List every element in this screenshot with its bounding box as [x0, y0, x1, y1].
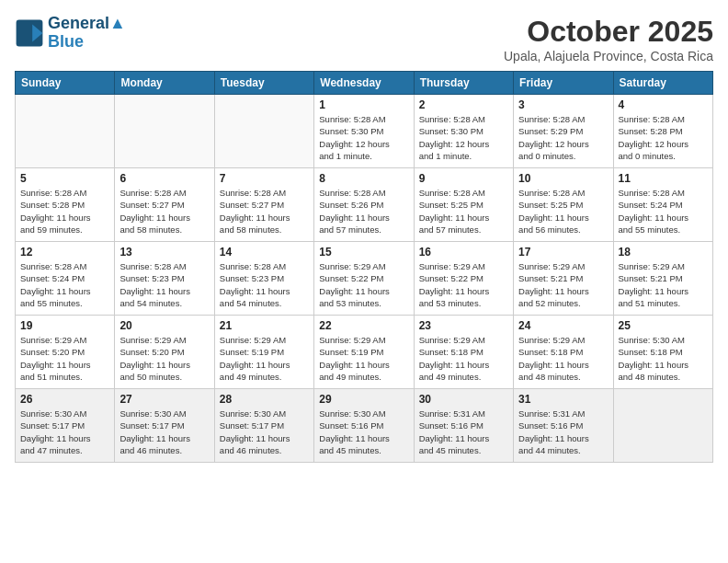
calendar-cell: 27Sunrise: 5:30 AM Sunset: 5:17 PM Dayli… [115, 389, 214, 463]
day-info: Sunrise: 5:30 AM Sunset: 5:18 PM Dayligh… [619, 334, 708, 383]
day-info: Sunrise: 5:30 AM Sunset: 5:16 PM Dayligh… [319, 408, 408, 456]
day-info: Sunrise: 5:30 AM Sunset: 5:17 PM Dayligh… [20, 408, 109, 456]
day-info: Sunrise: 5:28 AM Sunset: 5:23 PM Dayligh… [119, 260, 209, 309]
day-info: Sunrise: 5:28 AM Sunset: 5:26 PM Dayligh… [319, 187, 408, 236]
day-info: Sunrise: 5:29 AM Sunset: 5:21 PM Dayligh… [518, 260, 608, 309]
weekday-header: Tuesday [214, 72, 313, 95]
day-number: 12 [20, 246, 109, 259]
day-info: Sunrise: 5:28 AM Sunset: 5:30 PM Dayligh… [419, 113, 508, 162]
calendar-cell [115, 95, 214, 168]
page-header: General▲ Blue October 2025 Upala, Alajue… [15, 15, 713, 63]
day-number: 28 [220, 393, 309, 406]
day-info: Sunrise: 5:28 AM Sunset: 5:27 PM Dayligh… [119, 187, 209, 236]
day-number: 7 [220, 172, 309, 185]
weekday-header: Friday [514, 72, 613, 95]
calendar-cell [214, 95, 313, 168]
logo: General▲ Blue [15, 15, 126, 52]
day-info: Sunrise: 5:28 AM Sunset: 5:25 PM Dayligh… [419, 187, 508, 236]
calendar-cell: 28Sunrise: 5:30 AM Sunset: 5:17 PM Dayli… [214, 389, 313, 463]
calendar-cell: 29Sunrise: 5:30 AM Sunset: 5:16 PM Dayli… [314, 389, 414, 463]
day-info: Sunrise: 5:28 AM Sunset: 5:28 PM Dayligh… [20, 187, 109, 236]
day-number: 25 [619, 319, 708, 332]
calendar-cell: 15Sunrise: 5:29 AM Sunset: 5:22 PM Dayli… [314, 242, 414, 316]
day-info: Sunrise: 5:29 AM Sunset: 5:18 PM Dayligh… [419, 334, 508, 383]
day-info: Sunrise: 5:30 AM Sunset: 5:17 PM Dayligh… [119, 408, 209, 456]
day-number: 16 [419, 246, 508, 259]
weekday-header: Thursday [414, 72, 513, 95]
day-info: Sunrise: 5:29 AM Sunset: 5:20 PM Dayligh… [119, 334, 209, 383]
day-info: Sunrise: 5:29 AM Sunset: 5:20 PM Dayligh… [20, 334, 109, 383]
day-number: 3 [518, 98, 608, 111]
calendar-cell: 17Sunrise: 5:29 AM Sunset: 5:21 PM Dayli… [514, 242, 613, 316]
day-number: 20 [119, 319, 209, 332]
day-number: 23 [419, 319, 508, 332]
day-number: 6 [119, 172, 209, 185]
calendar-cell: 24Sunrise: 5:29 AM Sunset: 5:18 PM Dayli… [514, 316, 613, 389]
location-subtitle: Upala, Alajuela Province, Costa Rica [504, 49, 713, 63]
day-info: Sunrise: 5:31 AM Sunset: 5:16 PM Dayligh… [518, 408, 608, 456]
month-title: October 2025 [504, 15, 713, 49]
calendar-cell: 6Sunrise: 5:28 AM Sunset: 5:27 PM Daylig… [115, 168, 214, 242]
day-info: Sunrise: 5:28 AM Sunset: 5:24 PM Dayligh… [20, 260, 109, 309]
calendar-table: SundayMondayTuesdayWednesdayThursdayFrid… [15, 71, 713, 463]
calendar-cell: 26Sunrise: 5:30 AM Sunset: 5:17 PM Dayli… [16, 389, 115, 463]
day-info: Sunrise: 5:28 AM Sunset: 5:24 PM Dayligh… [619, 187, 708, 236]
calendar-cell: 13Sunrise: 5:28 AM Sunset: 5:23 PM Dayli… [115, 242, 214, 316]
day-number: 27 [119, 393, 209, 406]
calendar-cell: 7Sunrise: 5:28 AM Sunset: 5:27 PM Daylig… [214, 168, 313, 242]
day-number: 5 [20, 172, 109, 185]
day-number: 31 [518, 393, 608, 406]
calendar-cell: 4Sunrise: 5:28 AM Sunset: 5:28 PM Daylig… [613, 95, 712, 168]
calendar-cell: 25Sunrise: 5:30 AM Sunset: 5:18 PM Dayli… [613, 316, 712, 389]
calendar-cell: 21Sunrise: 5:29 AM Sunset: 5:19 PM Dayli… [214, 316, 313, 389]
calendar-cell: 3Sunrise: 5:28 AM Sunset: 5:29 PM Daylig… [514, 95, 613, 168]
calendar-cell: 8Sunrise: 5:28 AM Sunset: 5:26 PM Daylig… [314, 168, 414, 242]
day-info: Sunrise: 5:28 AM Sunset: 5:30 PM Dayligh… [319, 113, 408, 162]
calendar-cell [613, 389, 712, 463]
day-info: Sunrise: 5:28 AM Sunset: 5:25 PM Dayligh… [518, 187, 608, 236]
calendar-cell: 20Sunrise: 5:29 AM Sunset: 5:20 PM Dayli… [115, 316, 214, 389]
calendar-cell: 9Sunrise: 5:28 AM Sunset: 5:25 PM Daylig… [414, 168, 513, 242]
weekday-header: Monday [115, 72, 214, 95]
day-info: Sunrise: 5:30 AM Sunset: 5:17 PM Dayligh… [220, 408, 309, 456]
calendar-cell: 1Sunrise: 5:28 AM Sunset: 5:30 PM Daylig… [314, 95, 414, 168]
weekday-header: Wednesday [314, 72, 414, 95]
day-info: Sunrise: 5:29 AM Sunset: 5:22 PM Dayligh… [419, 260, 508, 309]
day-info: Sunrise: 5:29 AM Sunset: 5:19 PM Dayligh… [319, 334, 408, 383]
day-number: 10 [518, 172, 608, 185]
calendar-cell [16, 95, 115, 168]
day-info: Sunrise: 5:28 AM Sunset: 5:28 PM Dayligh… [619, 113, 708, 162]
day-number: 30 [419, 393, 508, 406]
day-number: 4 [619, 98, 708, 111]
day-info: Sunrise: 5:28 AM Sunset: 5:23 PM Dayligh… [220, 260, 309, 309]
calendar-cell: 14Sunrise: 5:28 AM Sunset: 5:23 PM Dayli… [214, 242, 313, 316]
weekday-header: Sunday [16, 72, 115, 95]
day-number: 18 [619, 246, 708, 259]
day-info: Sunrise: 5:29 AM Sunset: 5:19 PM Dayligh… [220, 334, 309, 383]
day-info: Sunrise: 5:29 AM Sunset: 5:18 PM Dayligh… [518, 334, 608, 383]
day-info: Sunrise: 5:29 AM Sunset: 5:21 PM Dayligh… [619, 260, 708, 309]
calendar-cell: 12Sunrise: 5:28 AM Sunset: 5:24 PM Dayli… [16, 242, 115, 316]
day-number: 19 [20, 319, 109, 332]
day-number: 9 [419, 172, 508, 185]
logo-icon [15, 18, 44, 48]
calendar-cell: 18Sunrise: 5:29 AM Sunset: 5:21 PM Dayli… [613, 242, 712, 316]
day-number: 1 [319, 98, 408, 111]
calendar-cell: 31Sunrise: 5:31 AM Sunset: 5:16 PM Dayli… [514, 389, 613, 463]
calendar-cell: 2Sunrise: 5:28 AM Sunset: 5:30 PM Daylig… [414, 95, 513, 168]
day-number: 15 [319, 246, 408, 259]
calendar-cell: 23Sunrise: 5:29 AM Sunset: 5:18 PM Dayli… [414, 316, 513, 389]
calendar-cell: 10Sunrise: 5:28 AM Sunset: 5:25 PM Dayli… [514, 168, 613, 242]
day-number: 24 [518, 319, 608, 332]
day-number: 2 [419, 98, 508, 111]
day-number: 26 [20, 393, 109, 406]
calendar-cell: 19Sunrise: 5:29 AM Sunset: 5:20 PM Dayli… [16, 316, 115, 389]
day-number: 21 [220, 319, 309, 332]
calendar-cell: 5Sunrise: 5:28 AM Sunset: 5:28 PM Daylig… [16, 168, 115, 242]
weekday-header: Saturday [613, 72, 712, 95]
day-info: Sunrise: 5:31 AM Sunset: 5:16 PM Dayligh… [419, 408, 508, 456]
day-number: 11 [619, 172, 708, 185]
day-number: 29 [319, 393, 408, 406]
day-number: 17 [518, 246, 608, 259]
title-block: October 2025 Upala, Alajuela Province, C… [504, 15, 713, 63]
